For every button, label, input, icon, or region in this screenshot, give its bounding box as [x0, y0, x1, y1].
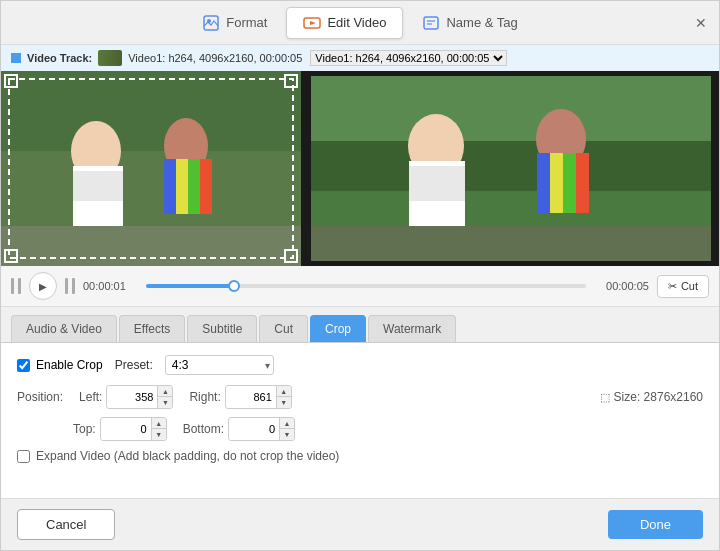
videos-row: ▶ Original Preview 🔍 — [1, 71, 719, 266]
footer: Cancel Done — [1, 498, 719, 550]
svg-rect-15 — [164, 159, 176, 214]
bottom-spin-down[interactable]: ▼ — [280, 429, 294, 440]
left-input-group: Left: 358 ▲ ▼ — [79, 385, 173, 409]
tab-effects[interactable]: Effects — [119, 315, 185, 342]
track-indicator — [11, 53, 21, 63]
size-group: ⬚ Size: 2876x2160 — [600, 390, 703, 404]
right-input[interactable]: 861 — [226, 386, 276, 408]
left-label: Left: — [79, 390, 102, 404]
top-input-spinner: 0 ▲ ▼ — [100, 417, 167, 441]
time-current: 00:00:01 — [83, 280, 138, 292]
tab-name-tag-label: Name & Tag — [446, 15, 517, 30]
position-row-1: Position: Left: 358 ▲ ▼ Right: 861 ▲ — [17, 385, 703, 409]
svg-rect-28 — [311, 141, 711, 191]
tab-format[interactable]: Format — [185, 7, 284, 39]
svg-rect-31 — [409, 166, 465, 201]
done-button[interactable]: Done — [608, 510, 703, 539]
left-input-spinner: 358 ▲ ▼ — [106, 385, 173, 409]
right-input-spinner: 861 ▲ ▼ — [225, 385, 292, 409]
left-spin-up[interactable]: ▲ — [158, 386, 172, 397]
tab-audio-video[interactable]: Audio & Video — [11, 315, 117, 342]
right-spin-up[interactable]: ▲ — [277, 386, 291, 397]
cut-label: Cut — [681, 280, 698, 292]
frame-bar-3 — [65, 278, 68, 294]
tab-subtitle[interactable]: Subtitle — [187, 315, 257, 342]
track-thumbnail — [98, 50, 122, 66]
svg-rect-37 — [576, 153, 589, 213]
video-track-bar: Video Track: Video1: h264, 4096x2160, 00… — [1, 45, 719, 71]
right-spin-down[interactable]: ▼ — [277, 397, 291, 408]
play-button[interactable]: ▶ — [29, 272, 57, 300]
frame-icons-2 — [65, 278, 75, 294]
name-tag-icon — [422, 14, 440, 32]
video-original — [1, 71, 301, 266]
time-slider-container[interactable] — [146, 284, 586, 288]
svg-marker-3 — [310, 21, 316, 25]
right-spinners: ▲ ▼ — [276, 386, 291, 408]
top-input-group: Top: 0 ▲ ▼ — [73, 417, 167, 441]
position-row-2: Top: 0 ▲ ▼ Bottom: 0 ▲ ▼ — [17, 417, 703, 441]
position-label: Position: — [17, 390, 63, 404]
bottom-input[interactable]: 0 — [229, 418, 279, 440]
right-input-group: Right: 861 ▲ ▼ — [189, 385, 291, 409]
top-spin-up[interactable]: ▲ — [152, 418, 166, 429]
tab-format-label: Format — [226, 15, 267, 30]
bottom-input-group: Bottom: 0 ▲ ▼ — [183, 417, 295, 441]
cut-button[interactable]: ✂ Cut — [657, 275, 709, 298]
cancel-button[interactable]: Cancel — [17, 509, 115, 540]
tab-crop[interactable]: Crop — [310, 315, 366, 342]
svg-rect-4 — [424, 17, 438, 29]
left-spinners: ▲ ▼ — [157, 386, 172, 408]
tab-cut[interactable]: Cut — [259, 315, 308, 342]
size-value: Size: 2876x2160 — [614, 390, 703, 404]
svg-rect-18 — [200, 159, 212, 214]
expand-video-checkbox[interactable] — [17, 450, 30, 463]
expand-video-label: Expand Video (Add black padding, do not … — [36, 449, 339, 463]
left-input[interactable]: 358 — [107, 386, 157, 408]
playback-slider-fill — [146, 284, 234, 288]
right-label: Right: — [189, 390, 220, 404]
edit-video-icon — [303, 14, 321, 32]
tab-name-tag[interactable]: Name & Tag — [405, 7, 534, 39]
preset-select[interactable]: 4:3 Free Crop LetterBox Keep Current Kee… — [165, 355, 274, 375]
svg-rect-36 — [563, 153, 576, 213]
expand-row: Expand Video (Add black padding, do not … — [17, 449, 703, 463]
video-track-select[interactable]: Video1: h264, 4096x2160, 00:00:05 — [310, 50, 507, 66]
crop-panel: Enable Crop Preset: 4:3 Free Crop Letter… — [1, 343, 719, 498]
preset-select-wrapper[interactable]: 4:3 Free Crop LetterBox Keep Current Kee… — [165, 355, 274, 375]
title-bar: Format Edit Video — [1, 1, 719, 45]
left-spin-down[interactable]: ▼ — [158, 397, 172, 408]
cut-icon: ✂ — [668, 280, 677, 293]
frame-icons — [11, 278, 21, 294]
close-button[interactable]: ✕ — [693, 15, 709, 31]
video-preview — [301, 71, 719, 266]
bottom-spin-up[interactable]: ▲ — [280, 418, 294, 429]
frame-bar-2 — [18, 278, 21, 294]
top-input[interactable]: 0 — [101, 418, 151, 440]
playback-bar: ▶ 00:00:01 00:00:05 ✂ Cut — [1, 266, 719, 307]
svg-rect-12 — [73, 171, 123, 201]
top-spin-down[interactable]: ▼ — [152, 429, 166, 440]
tab-edit-video[interactable]: Edit Video — [286, 7, 403, 39]
top-label: Top: — [73, 422, 96, 436]
crop-row-1: Enable Crop Preset: 4:3 Free Crop Letter… — [17, 355, 703, 375]
playback-slider-track[interactable] — [146, 284, 586, 288]
top-spinners: ▲ ▼ — [151, 418, 166, 440]
video-track-value: Video1: h264, 4096x2160, 00:00:05 — [128, 52, 302, 64]
bottom-spinners: ▲ ▼ — [279, 418, 294, 440]
frame-bar-1 — [11, 278, 14, 294]
bottom-input-spinner: 0 ▲ ▼ — [228, 417, 295, 441]
frame-bar-4 — [72, 278, 75, 294]
main-tab-group: Format Edit Video — [185, 7, 535, 39]
svg-rect-16 — [176, 159, 188, 214]
svg-rect-19 — [1, 226, 301, 266]
bottom-tabs: Audio & Video Effects Subtitle Cut Crop … — [1, 307, 719, 343]
playback-slider-thumb[interactable] — [228, 280, 240, 292]
bottom-label: Bottom: — [183, 422, 224, 436]
svg-rect-35 — [550, 153, 563, 213]
svg-rect-34 — [537, 153, 550, 213]
enable-crop-checkbox-group: Enable Crop — [17, 358, 103, 372]
svg-rect-38 — [311, 226, 711, 261]
enable-crop-checkbox[interactable] — [17, 359, 30, 372]
tab-watermark[interactable]: Watermark — [368, 315, 456, 342]
